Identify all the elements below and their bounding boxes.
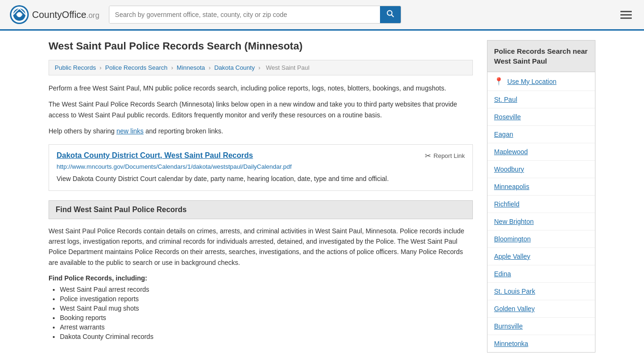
find-list: West Saint Paul arrest recordsPolice inv… bbox=[49, 286, 473, 340]
list-item: West Saint Paul arrest records bbox=[60, 286, 473, 293]
list-item: West Saint Paul mug shots bbox=[60, 304, 473, 312]
sidebar-list-item: St. Louis Park bbox=[487, 283, 595, 300]
sidebar-link[interactable]: New Brighton bbox=[494, 218, 534, 225]
list-item: Arrest warrants bbox=[60, 323, 473, 331]
find-list-header: Find Police Records, including: bbox=[49, 274, 473, 282]
description-para-2: The West Saint Paul Police Records Searc… bbox=[49, 99, 473, 120]
sidebar-list-item: Bloomington bbox=[487, 230, 595, 248]
sidebar-list-item: Roseville bbox=[487, 108, 595, 126]
sidebar-link[interactable]: St. Louis Park bbox=[494, 288, 535, 295]
breadcrumb-police-records-search[interactable]: Police Records Search bbox=[105, 64, 167, 71]
description-para-1: Perform a free West Saint Paul, MN publi… bbox=[49, 83, 473, 93]
sidebar-link[interactable]: Burnsville bbox=[494, 322, 523, 330]
sidebar-link[interactable]: Richfield bbox=[494, 200, 520, 208]
sidebar-list-item: Woodbury bbox=[487, 161, 595, 178]
sidebar-link[interactable]: Maplewood bbox=[494, 148, 528, 156]
find-section-header: Find West Saint Paul Police Records bbox=[49, 200, 473, 219]
breadcrumb: Public Records › Police Records Search ›… bbox=[49, 60, 473, 75]
sidebar-list-item: Richfield bbox=[487, 196, 595, 213]
breadcrumb-minnesota[interactable]: Minnesota bbox=[177, 64, 205, 71]
sidebar-list-item: Edina bbox=[487, 265, 595, 283]
search-area bbox=[109, 6, 401, 24]
report-icon: ✂ bbox=[425, 151, 431, 160]
sidebar-list-item: Maplewood bbox=[487, 143, 595, 161]
sidebar-link[interactable]: Apple Valley bbox=[494, 253, 530, 260]
record-card-title[interactable]: Dakota County District Court, West Saint… bbox=[57, 151, 253, 160]
sidebar-list: 📍 Use My Location St. PaulRosevilleEagan… bbox=[487, 72, 595, 353]
menu-line-1 bbox=[620, 11, 632, 12]
page-title: West Saint Paul Police Records Search (M… bbox=[49, 40, 473, 52]
site-logo[interactable]: CountyOffice.org bbox=[9, 5, 99, 25]
sidebar-header: Police Records Search near West Saint Pa… bbox=[487, 40, 595, 72]
record-card: Dakota County District Court, West Saint… bbox=[49, 144, 473, 191]
list-item: Booking reports bbox=[60, 314, 473, 321]
sidebar-list-item: Eagan bbox=[487, 126, 595, 143]
sidebar-list-item: Golden Valley bbox=[487, 300, 595, 318]
sidebar-link[interactable]: Woodbury bbox=[494, 165, 524, 173]
sidebar-link[interactable]: Golden Valley bbox=[494, 305, 535, 313]
menu-button[interactable] bbox=[618, 8, 635, 22]
menu-line-2 bbox=[620, 14, 632, 16]
sidebar-link[interactable]: Edina bbox=[494, 270, 511, 278]
list-item: Dakota County Criminal records bbox=[60, 333, 473, 340]
sidebar-list-item: New Brighton bbox=[487, 213, 595, 230]
sidebar: Police Records Search near West Saint Pa… bbox=[487, 40, 595, 353]
location-pin-icon: 📍 bbox=[494, 77, 504, 86]
search-button[interactable] bbox=[380, 6, 401, 23]
use-location-item: 📍 Use My Location bbox=[487, 72, 595, 91]
sidebar-list-item: Minneapolis bbox=[487, 178, 595, 196]
sidebar-link[interactable]: St. Paul bbox=[494, 96, 517, 103]
report-link-button[interactable]: ✂ Report Link bbox=[425, 151, 465, 160]
record-url[interactable]: http://www.mncourts.gov/Documents/Calend… bbox=[57, 163, 465, 170]
search-input[interactable] bbox=[109, 6, 380, 23]
new-links-link[interactable]: new links bbox=[116, 127, 144, 135]
logo-text: CountyOffice.org bbox=[32, 9, 99, 20]
svg-point-4 bbox=[387, 11, 392, 16]
use-my-location-link[interactable]: Use My Location bbox=[507, 78, 556, 85]
sidebar-link[interactable]: Eagan bbox=[494, 131, 513, 138]
description-para-3: Help others by sharing new links and rep… bbox=[49, 126, 473, 136]
sidebar-link[interactable]: Minnetonka bbox=[494, 340, 528, 347]
sidebar-list-item: Apple Valley bbox=[487, 248, 595, 265]
search-icon bbox=[387, 10, 394, 17]
find-section-body: West Saint Paul Police Records contain d… bbox=[49, 226, 473, 268]
sidebar-link[interactable]: Roseville bbox=[494, 113, 521, 121]
svg-point-3 bbox=[17, 12, 22, 17]
sidebar-list-item: St. Paul bbox=[487, 91, 595, 108]
breadcrumb-dakota-county[interactable]: Dakota County bbox=[214, 64, 255, 71]
svg-line-5 bbox=[391, 15, 394, 17]
breadcrumb-public-records[interactable]: Public Records bbox=[55, 64, 96, 71]
sidebar-link[interactable]: Bloomington bbox=[494, 235, 531, 243]
sidebar-list-item: Burnsville bbox=[487, 318, 595, 335]
record-description: View Dakota County District Court calend… bbox=[57, 174, 465, 184]
content-area: West Saint Paul Police Records Search (M… bbox=[49, 40, 473, 353]
sidebar-list-item: Minnetonka bbox=[487, 335, 595, 352]
sidebar-link[interactable]: Minneapolis bbox=[494, 183, 529, 190]
breadcrumb-west-saint-paul: West Saint Paul bbox=[266, 64, 309, 71]
list-item: Police investigation reports bbox=[60, 295, 473, 303]
menu-line-3 bbox=[620, 17, 632, 19]
logo-icon bbox=[9, 5, 29, 25]
